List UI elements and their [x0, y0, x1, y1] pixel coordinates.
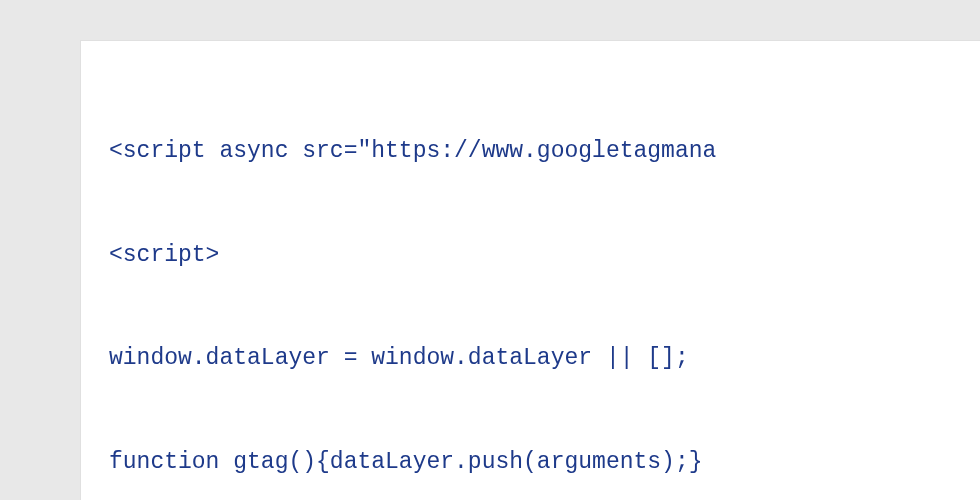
code-snippet-box: <script async src="https://www.googletag…: [80, 40, 980, 500]
code-line: window.dataLayer = window.dataLayer || […: [109, 341, 952, 376]
code-line: <script>: [109, 238, 952, 273]
code-line: <script async src="https://www.googletag…: [109, 134, 952, 169]
code-line: function gtag(){dataLayer.push(arguments…: [109, 445, 952, 480]
code-content[interactable]: <script async src="https://www.googletag…: [109, 65, 952, 500]
